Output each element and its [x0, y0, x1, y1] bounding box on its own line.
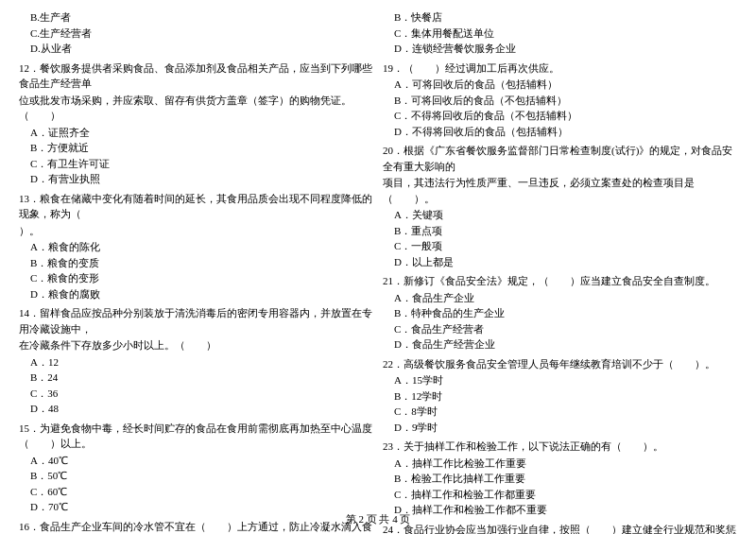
q19-a: A．可将回收后的食品（包括辅料） [383, 77, 737, 93]
opt-d-chain: D．连锁经营餐饮服务企业 [383, 41, 737, 57]
q15-text: 15．为避免食物中毒，经长时间贮存的食品在食用前需彻底再加热至中心温度（ ）以上… [19, 421, 373, 452]
q13-text: 13．粮食在储藏中变化有随着时间的延长，其食用品质会出现不同程度降低的现象，称为… [19, 191, 373, 222]
q19-text: 19．（ ）经过调加工后再次供应。 [383, 60, 737, 77]
q12-d: D．有营业执照 [19, 171, 373, 187]
q19-d: D．不得将回收后的食品（包括辅料） [383, 124, 737, 140]
question-14: 14．留样食品应按品种分别装放于清洗消毒后的密闭专用容器内，并放置在专用冷藏设施… [19, 305, 373, 417]
content-area: B.生产者 C.生产经营者 D.从业者 12．餐饮服务提供者采购食品、食品添加剂… [19, 9, 737, 534]
q23-text: 23．关于抽样工作和检验工作，以下说法正确的有（ ）。 [383, 439, 737, 455]
option-c-producer: C.生产经营者 [19, 26, 373, 42]
right-column: B．快餐店 C．集体用餐配送单位 D．连锁经营餐饮服务企业 19．（ ）经过调加… [383, 9, 737, 534]
question-13: 13．粮食在储藏中变化有随着时间的延长，其食用品质会出现不同程度降低的现象，称为… [19, 191, 373, 302]
q19-b: B．可将回收后的食品（不包括辅料） [383, 93, 737, 109]
question-b-fast: B．快餐店 C．集体用餐配送单位 D．连锁经营餐饮服务企业 [383, 9, 737, 57]
q14-c: C．36 [19, 386, 373, 402]
q20-c: C．一般项 [383, 238, 737, 254]
opt-c-catering: C．集体用餐配送单位 [383, 26, 737, 42]
question-19: 19．（ ）经过调加工后再次供应。 A．可将回收后的食品（包括辅料） B．可将回… [383, 60, 737, 140]
q19-c: C．不得将回收后的食品（不包括辅料） [383, 108, 737, 124]
q14-b: B．24 [19, 370, 373, 386]
q20-text2: 项目，其违法行为性质严重、一旦违反，必须立案查处的检查项目是（ ）。 [383, 175, 737, 206]
q13-a: A．粮食的陈化 [19, 239, 373, 255]
q20-a: A．关键项 [383, 207, 737, 223]
q14-a: A．12 [19, 354, 373, 370]
q22-c: C．8学时 [383, 404, 737, 420]
opt-b-fast: B．快餐店 [383, 9, 737, 26]
q12-a: A．证照齐全 [19, 125, 373, 141]
left-column: B.生产者 C.生产经营者 D.从业者 12．餐饮服务提供者采购食品、食品添加剂… [19, 9, 373, 534]
q12-b: B．方便就近 [19, 140, 373, 156]
q15-c: C．60℃ [19, 484, 373, 500]
q21-b: B．特种食品的生产企业 [383, 305, 737, 321]
q13-d: D．粮食的腐败 [19, 286, 373, 302]
q23-c: C．抽样工作和检验工作都重要 [383, 487, 737, 503]
q23-b: B．检验工作比抽样工作重要 [383, 471, 737, 487]
question-block-b-producer: B.生产者 C.生产经营者 D.从业者 [19, 9, 373, 57]
q22-b: B．12学时 [383, 388, 737, 405]
question-15: 15．为避免食物中毒，经长时间贮存的食品在食用前需彻底再加热至中心温度（ ）以上… [19, 421, 373, 515]
q21-d: D．食品生产经营企业 [383, 336, 737, 353]
q14-text2: 在冷藏条件下存放多少小时以上。（ ） [19, 337, 373, 353]
question-12: 12．餐饮服务提供者采购食品、食品添加剂及食品相关产品，应当到下列哪些食品生产经… [19, 60, 373, 187]
q13-c: C．粮食的变形 [19, 270, 373, 286]
q21-a: A．食品生产企业 [383, 290, 737, 306]
q21-text: 21．新修订《食品安全法》规定，（ ）应当建立食品安全自查制度。 [383, 273, 737, 289]
q20-d: D．以上都是 [383, 254, 737, 270]
q14-text: 14．留样食品应按品种分别装放于清洗消毒后的密闭专用容器内，并放置在专用冷藏设施… [19, 305, 373, 336]
q20-text: 20．根据《广东省餐饮服务监督部门日常检查制度(试行)》的规定，对食品安全有重大… [383, 143, 737, 174]
q20-b: B．重点项 [383, 223, 737, 239]
q14-d: D．48 [19, 401, 373, 417]
question-20: 20．根据《广东省餐饮服务监督部门日常检查制度(试行)》的规定，对食品安全有重大… [383, 143, 737, 269]
q15-a: A．40℃ [19, 453, 373, 469]
q13-b: B．粮食的变质 [19, 255, 373, 271]
question-22: 22．高级餐饮服务食品安全管理人员每年继续教育培训不少于（ ）。 A．15学时 … [383, 356, 737, 436]
option-b-producer: B.生产者 [19, 9, 373, 26]
q21-c: C．食品生产经营者 [383, 321, 737, 337]
page: B.生产者 C.生产经营者 D.从业者 12．餐饮服务提供者采购食品、食品添加剂… [0, 0, 756, 534]
q22-a: A．15学时 [383, 372, 737, 388]
question-23: 23．关于抽样工作和检验工作，以下说法正确的有（ ）。 A．抽样工作比检验工作重… [383, 439, 737, 518]
q13-text2: ）。 [19, 223, 373, 239]
option-d-producer: D.从业者 [19, 41, 373, 57]
page-number: 第 2 页 共 4 页 [346, 513, 411, 525]
q23-a: A．抽样工作比检验工作重要 [383, 456, 737, 472]
q15-b: B．50℃ [19, 468, 373, 484]
q12-text2: 位或批发市场采购，并应索取、留存有供货方盖章（签字）的购物凭证。（ ） [19, 93, 373, 124]
q22-text: 22．高级餐饮服务食品安全管理人员每年继续教育培训不少于（ ）。 [383, 356, 737, 372]
question-21: 21．新修订《食品安全法》规定，（ ）应当建立食品安全自查制度。 A．食品生产企… [383, 273, 737, 353]
q12-text: 12．餐饮服务提供者采购食品、食品添加剂及食品相关产品，应当到下列哪些食品生产经… [19, 60, 373, 92]
q22-d: D．9学时 [383, 420, 737, 436]
page-footer: 第 2 页 共 4 页 [0, 512, 756, 526]
q12-c: C．有卫生许可证 [19, 156, 373, 172]
